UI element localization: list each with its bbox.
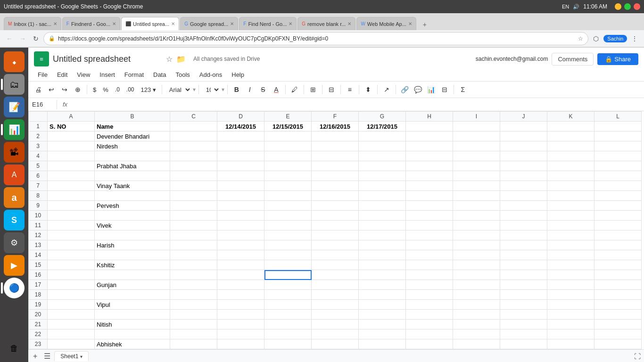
webmobile-tab-close[interactable]: ✕ bbox=[408, 21, 412, 26]
cell-C1[interactable] bbox=[170, 122, 217, 132]
v-align-button[interactable]: ⬍ bbox=[362, 83, 374, 96]
cell-I21[interactable] bbox=[453, 320, 500, 329]
cell-L14[interactable] bbox=[594, 250, 642, 260]
forward-button[interactable]: → bbox=[17, 33, 28, 44]
cell-I8[interactable] bbox=[453, 191, 500, 201]
col-header-c[interactable]: C bbox=[170, 112, 217, 122]
cell-B8[interactable] bbox=[95, 191, 170, 201]
cell-E3[interactable] bbox=[264, 141, 312, 151]
cell-F15[interactable] bbox=[312, 260, 359, 270]
col-header-d[interactable]: D bbox=[217, 112, 264, 122]
cell-E2[interactable] bbox=[264, 132, 312, 141]
cell-J4[interactable] bbox=[500, 151, 547, 161]
cell-J2[interactable] bbox=[500, 132, 547, 141]
cell-G23[interactable] bbox=[359, 339, 406, 349]
cell-L20[interactable] bbox=[594, 310, 642, 320]
col-header-l[interactable]: L bbox=[594, 112, 642, 122]
cell-A7[interactable] bbox=[48, 181, 95, 191]
font-size-select[interactable]: 10 bbox=[202, 84, 221, 95]
cell-J16[interactable] bbox=[500, 270, 547, 280]
cell-F13[interactable] bbox=[312, 240, 359, 250]
cell-H21[interactable] bbox=[406, 320, 453, 329]
cell-reference[interactable]: E16 bbox=[32, 101, 51, 108]
cell-H3[interactable] bbox=[406, 141, 453, 151]
cell-C13[interactable] bbox=[170, 240, 217, 250]
cell-G22[interactable] bbox=[359, 329, 406, 339]
tab-sheets[interactable]: ⬛ Untitled sprea... ✕ bbox=[121, 17, 179, 30]
row-header-15[interactable]: 15 bbox=[29, 260, 48, 270]
cell-K7[interactable] bbox=[547, 181, 594, 191]
cell-L4[interactable] bbox=[594, 151, 642, 161]
cell-K2[interactable] bbox=[547, 132, 594, 141]
cell-C15[interactable] bbox=[170, 260, 217, 270]
col-header-a[interactable]: A bbox=[48, 112, 95, 122]
cell-J7[interactable] bbox=[500, 181, 547, 191]
comments-button[interactable]: Comments bbox=[552, 53, 594, 66]
cell-I15[interactable] bbox=[453, 260, 500, 270]
cell-D15[interactable] bbox=[217, 260, 264, 270]
cell-K3[interactable] bbox=[547, 141, 594, 151]
cell-F21[interactable] bbox=[312, 320, 359, 329]
cell-C20[interactable] bbox=[170, 310, 217, 320]
cell-D18[interactable] bbox=[217, 290, 264, 300]
cell-L22[interactable] bbox=[594, 329, 642, 339]
cell-F4[interactable] bbox=[312, 151, 359, 161]
dock-impress[interactable]: 📽 bbox=[4, 142, 25, 163]
cell-C19[interactable] bbox=[170, 300, 217, 310]
menu-tools[interactable]: Tools bbox=[172, 69, 193, 80]
cell-J20[interactable] bbox=[500, 310, 547, 320]
dock-vlc[interactable]: ▶ bbox=[4, 255, 25, 276]
cell-F22[interactable] bbox=[312, 329, 359, 339]
cell-F17[interactable] bbox=[312, 280, 359, 290]
link-button[interactable]: 🔗 bbox=[399, 83, 411, 96]
row-header-17[interactable]: 17 bbox=[29, 280, 48, 290]
row-header-18[interactable]: 18 bbox=[29, 290, 48, 300]
cell-C8[interactable] bbox=[170, 191, 217, 201]
cell-I2[interactable] bbox=[453, 132, 500, 141]
new-tab-button[interactable]: + bbox=[419, 19, 430, 30]
folder-icon[interactable]: 📁 bbox=[176, 55, 186, 64]
maximize-button[interactable] bbox=[624, 3, 631, 10]
cell-L7[interactable] bbox=[594, 181, 642, 191]
findnerd1-tab-close[interactable]: ✕ bbox=[112, 21, 116, 26]
spreadsheet-grid[interactable]: A B C D E F G H I J K L 1S. NON bbox=[28, 111, 644, 349]
reload-button[interactable]: ↻ bbox=[30, 33, 41, 44]
cell-L13[interactable] bbox=[594, 240, 642, 250]
cell-D19[interactable] bbox=[217, 300, 264, 310]
row-header-22[interactable]: 22 bbox=[29, 329, 48, 339]
cell-H6[interactable] bbox=[406, 171, 453, 181]
tab-remove[interactable]: G remove blank r... ✕ bbox=[297, 17, 355, 30]
dock-calc[interactable]: 📊 bbox=[4, 119, 25, 140]
cell-C18[interactable] bbox=[170, 290, 217, 300]
row-header-19[interactable]: 19 bbox=[29, 300, 48, 310]
cell-J9[interactable] bbox=[500, 201, 547, 211]
cell-G2[interactable] bbox=[359, 132, 406, 141]
cell-C3[interactable] bbox=[170, 141, 217, 151]
star-icon[interactable]: ☆ bbox=[166, 55, 173, 64]
cell-B18[interactable] bbox=[95, 290, 170, 300]
cell-A8[interactable] bbox=[48, 191, 95, 201]
cell-F1[interactable]: 12/16/2015 bbox=[312, 122, 359, 132]
cell-F19[interactable] bbox=[312, 300, 359, 310]
cell-F10[interactable] bbox=[312, 211, 359, 221]
sheet-list-button[interactable]: ☰ bbox=[41, 351, 53, 362]
cell-J5[interactable] bbox=[500, 161, 547, 171]
cell-B5[interactable]: Prabhat Jhaba bbox=[95, 161, 170, 171]
cell-A18[interactable] bbox=[48, 290, 95, 300]
currency-format-button[interactable]: $ bbox=[90, 85, 99, 94]
cell-C4[interactable] bbox=[170, 151, 217, 161]
cell-B12[interactable] bbox=[95, 230, 170, 240]
dock-ubuntu[interactable]: ⬥ bbox=[4, 51, 25, 72]
cell-A14[interactable] bbox=[48, 250, 95, 260]
h-align-button[interactable]: ≡ bbox=[344, 83, 356, 96]
menu-file[interactable]: File bbox=[34, 69, 51, 80]
cell-D10[interactable] bbox=[217, 211, 264, 221]
cell-A15[interactable] bbox=[48, 260, 95, 270]
menu-data[interactable]: Data bbox=[149, 69, 170, 80]
menu-view[interactable]: View bbox=[73, 69, 94, 80]
cell-K14[interactable] bbox=[547, 250, 594, 260]
dock-trash[interactable]: 🗑 bbox=[4, 338, 25, 359]
cell-A22[interactable] bbox=[48, 329, 95, 339]
row-header-16[interactable]: 16 bbox=[29, 270, 48, 280]
cell-G5[interactable] bbox=[359, 161, 406, 171]
